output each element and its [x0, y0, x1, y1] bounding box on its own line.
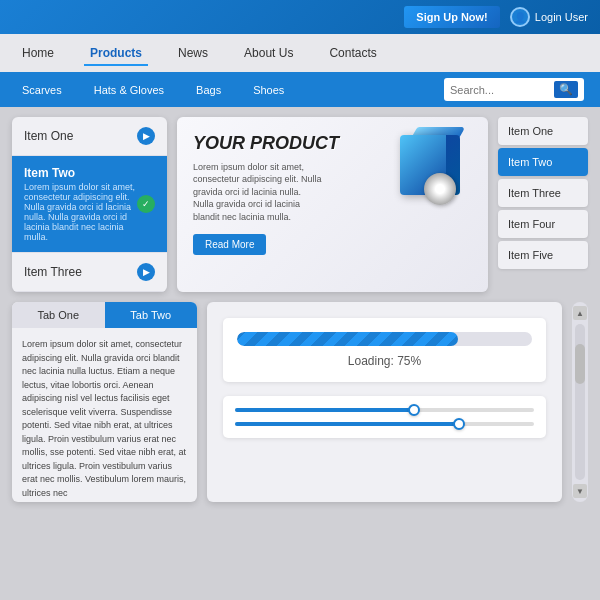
panel-item-one-label: Item One	[24, 129, 73, 143]
right-list-item-one[interactable]: Item One	[498, 117, 588, 145]
search-button[interactable]: 🔍	[554, 81, 578, 98]
sub-nav-hats[interactable]: Hats & Gloves	[88, 81, 170, 99]
bottom-row: Tab One Tab Two Lorem ipsum dolor sit am…	[0, 302, 600, 512]
panel-item-two[interactable]: Item Two Lorem ipsum dolor sit amet, con…	[12, 156, 167, 253]
slider-thumb-two[interactable]	[453, 418, 465, 430]
slider-fill-two	[235, 422, 459, 426]
login-user: 👤 Login User	[510, 7, 588, 27]
panel-item-three-label: Item Three	[24, 265, 82, 279]
cd-disc	[424, 173, 456, 205]
sub-nav-search: 🔍	[444, 78, 584, 101]
nav-contacts[interactable]: Contacts	[323, 42, 382, 64]
header-wrapper: Sign Up Now! 👤 Login User Home Products …	[0, 0, 600, 107]
sub-nav-shoes[interactable]: Shoes	[247, 81, 290, 99]
panel-item-one[interactable]: Item One ▶	[12, 117, 167, 156]
tabs-body: Lorem ipsum dolor sit amet, consectetur …	[12, 328, 197, 498]
scroll-thumb[interactable]	[575, 344, 585, 384]
main-nav: Home Products News About Us Contacts	[0, 34, 600, 72]
scroll-arrow-up[interactable]: ▲	[573, 306, 587, 320]
scroll-arrow-down[interactable]: ▼	[573, 484, 587, 498]
loading-label: Loading: 75%	[348, 354, 421, 368]
product-image	[400, 127, 480, 217]
slider-thumb-one[interactable]	[408, 404, 420, 416]
panel-item-two-label: Item Two	[24, 166, 137, 180]
nav-news[interactable]: News	[172, 42, 214, 64]
nav-products[interactable]: Products	[84, 42, 148, 64]
panel-check-icon: ✓	[137, 195, 155, 213]
product-title: YOUR PRODUCT	[193, 133, 339, 155]
tabs-panel: Tab One Tab Two Lorem ipsum dolor sit am…	[12, 302, 197, 502]
scrollbar-widget: ▲ ▼	[572, 302, 588, 502]
right-list: Item One Item Two Item Three Item Four I…	[498, 117, 588, 292]
nav-about[interactable]: About Us	[238, 42, 299, 64]
right-list-item-two[interactable]: Item Two	[498, 148, 588, 176]
center-panel: YOUR PRODUCT Lorem ipsum dolor sit amet,…	[177, 117, 488, 292]
right-list-item-four[interactable]: Item Four	[498, 210, 588, 238]
slider-track-two[interactable]	[235, 422, 534, 426]
slider-row-one	[235, 408, 534, 412]
tabs-header: Tab One Tab Two	[12, 302, 197, 328]
sub-nav-bags[interactable]: Bags	[190, 81, 227, 99]
sliders-sub-panel	[223, 396, 546, 438]
progress-bar-wrap	[237, 332, 532, 346]
sub-nav-scarves[interactable]: Scarves	[16, 81, 68, 99]
read-more-button[interactable]: Read More	[193, 234, 266, 255]
tab-two-button[interactable]: Tab Two	[105, 302, 198, 328]
loading-sub-panel: Loading: 75%	[223, 318, 546, 382]
panel-item-three[interactable]: Item Three ▶	[12, 253, 167, 292]
signup-button[interactable]: Sign Up Now!	[404, 6, 500, 28]
nav-home[interactable]: Home	[16, 42, 60, 64]
left-panel: Item One ▶ Item Two Lorem ipsum dolor si…	[12, 117, 167, 292]
slider-track-one[interactable]	[235, 408, 534, 412]
tab-one-button[interactable]: Tab One	[12, 302, 105, 328]
top-bar: Sign Up Now! 👤 Login User	[0, 0, 600, 34]
panel-arrow-icon-one: ▶	[137, 127, 155, 145]
user-icon: 👤	[510, 7, 530, 27]
panel-item-two-sub: Lorem ipsum dolor sit amet, consectetur …	[24, 182, 137, 242]
scroll-track	[575, 324, 585, 480]
loading-panel: Loading: 75%	[207, 302, 562, 502]
slider-row-two	[235, 422, 534, 426]
right-list-item-five[interactable]: Item Five	[498, 241, 588, 269]
sub-nav: Scarves Hats & Gloves Bags Shoes 🔍	[0, 72, 600, 107]
search-input[interactable]	[450, 84, 550, 96]
panel-arrow-icon-three: ▶	[137, 263, 155, 281]
main-content: Item One ▶ Item Two Lorem ipsum dolor si…	[0, 107, 600, 302]
login-label: Login User	[535, 11, 588, 23]
right-list-item-three[interactable]: Item Three	[498, 179, 588, 207]
product-description: Lorem ipsum dolor sit amet, consectetur …	[193, 161, 323, 224]
progress-bar-fill	[237, 332, 458, 346]
box-3d	[400, 127, 460, 197]
slider-fill-one	[235, 408, 414, 412]
